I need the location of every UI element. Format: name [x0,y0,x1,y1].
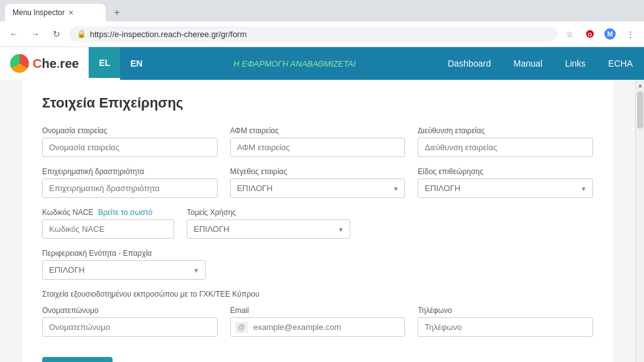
usage-sectors-select-wrapper: ΕΠΙΛΟΓΗ [187,219,350,239]
representative-subtitle: Στοιχεία εξουσιοδοτημένου εκπροσώπου με … [42,290,593,299]
scroll-up-arrow[interactable]: ▲ [636,80,644,90]
activity-label: Επιχειρηματική δραστηριότητα [42,167,218,176]
app-status: Η ΕΦΑΡΜΟΓΗ ΑΝΑΒΑΘΜΙΖΕΤΑΙ [153,59,436,69]
inspection-type-label: Είδος επιθεώρησης [418,167,593,176]
email-label: Email [230,306,406,315]
company-size-group: Μέγεθος εταιρίας ΕΠΙΛΟΓΗ [230,167,406,198]
email-group: Email @ [230,306,406,337]
tab-close-icon[interactable]: × [69,8,74,18]
address-bar[interactable]: 🔒 https://e-inspection.reach-cheree.gr/g… [69,26,557,42]
nace-label: Κωδικός NACE Βρείτε το σωστό [42,208,174,217]
inspection-type-select-wrapper: ΕΠΙΛΟΓΗ [418,178,593,198]
nav-echa[interactable]: ECHA [597,58,644,69]
form-row-1: Ονομασία εταιρείας ΑΦΜ εταιρείας Διεύθυν… [42,126,593,157]
nav-manual[interactable]: Manual [502,58,553,69]
inspection-type-select[interactable]: ΕΠΙΛΟΓΗ [418,178,593,198]
page-title: Στοιχεία Επιχείρησης [42,95,593,111]
email-icon: @ [235,322,248,333]
phone-input[interactable] [418,317,593,337]
vat-input[interactable] [230,138,406,157]
nace-link[interactable]: Βρείτε το σωστό [98,208,152,217]
nav-dashboard[interactable]: Dashboard [436,58,502,69]
form-row-5: Ονοματεπώνυμο Email @ Τηλέφωνο [42,306,593,337]
profile-icon[interactable]: M [601,25,619,43]
extension-icon[interactable]: O [581,25,599,43]
activity-input[interactable] [42,178,218,198]
usage-sectors-select[interactable]: ΕΠΙΛΟΓΗ [187,219,350,239]
company-name-group: Ονομασία εταιρείας [42,126,218,157]
nav-links[interactable]: Links [553,58,597,69]
nace-input[interactable] [42,219,174,239]
region-select-wrapper: ΕΠΙΛΟΓΗ [42,260,206,280]
email-input-wrapper: @ [230,317,406,337]
form-row-2: Επιχειρηματική δραστηριότητα Μέγεθος ετα… [42,167,593,198]
svg-text:M: M [607,30,613,38]
rep-name-label: Ονοματεπώνυμο [42,306,218,315]
lang-el-button[interactable]: EL [89,47,120,80]
next-button[interactable]: Επόμενο [42,357,113,362]
form-row-4: Περιφερειακή Ενότητα - Επαρχία ΕΠΙΛΟΓΗ [42,249,593,280]
vat-group: ΑΦΜ εταιρείας [230,126,406,157]
vat-label: ΑΦΜ εταιρείας [230,126,406,135]
tab-title: Menu Inspector [13,8,65,17]
address-group: Διεύθυνση εταιρείας [418,126,593,157]
company-size-select-wrapper: ΕΠΙΛΟΓΗ [230,178,406,198]
region-group: Περιφερειακή Ενότητα - Επαρχία ΕΠΙΛΟΓΗ [42,249,206,280]
nace-group: Κωδικός NACE Βρείτε το σωστό [42,208,174,239]
address-label: Διεύθυνση εταιρείας [418,126,593,135]
form-row-3: Κωδικός NACE Βρείτε το σωστό Τομείς Χρήσ… [42,208,593,239]
usage-sectors-label: Τομείς Χρήσης [187,208,350,217]
email-input[interactable] [230,317,406,337]
back-button[interactable]: ← [5,25,23,43]
phone-group: Τηλέφωνο [418,306,593,337]
forward-button[interactable]: → [26,25,44,43]
company-name-label: Ονομασία εταιρείας [42,126,218,135]
star-icon[interactable]: ☆ [561,25,579,43]
company-size-label: Μέγεθος εταιρίας [230,167,406,176]
menu-icon[interactable]: ⋮ [621,25,639,43]
rep-name-input[interactable] [42,317,218,337]
rep-name-group: Ονοματεπώνυμο [42,306,218,337]
address-input[interactable] [418,138,593,157]
logo-text: Che.ree [33,57,79,71]
usage-sectors-group: Τομείς Χρήσης ΕΠΙΛΟΓΗ [187,208,350,239]
logo-area: Che.ree [0,47,89,80]
logo-icon [10,54,29,73]
inspection-type-group: Είδος επιθεώρησης ΕΠΙΛΟΓΗ [418,167,593,198]
new-tab-button[interactable]: + [108,4,126,21]
company-size-select[interactable]: ΕΠΙΛΟΓΗ [230,178,406,198]
company-form: Ονομασία εταιρείας ΑΦΜ εταιρείας Διεύθυν… [42,126,593,362]
phone-label: Τηλέφωνο [418,306,593,315]
browser-tab[interactable]: Menu Inspector × [5,4,106,21]
url-text: https://e-inspection.reach-cheree.gr/gr/… [90,30,247,39]
reload-button[interactable]: ↻ [48,25,65,43]
header-nav: Dashboard Manual Links ECHA [436,58,644,69]
scroll-thumb[interactable] [637,91,643,129]
svg-text:O: O [587,31,592,38]
lock-icon: 🔒 [77,30,86,38]
lang-en-button[interactable]: EN [120,47,152,80]
scrollbar-track[interactable]: ▲ ▲ ▼ [635,80,644,362]
region-select[interactable]: ΕΠΙΛΟΓΗ [42,260,206,280]
activity-group: Επιχειρηματική δραστηριότητα [42,167,218,198]
region-label: Περιφερειακή Ενότητα - Επαρχία [42,249,206,258]
company-name-input[interactable] [42,138,218,157]
